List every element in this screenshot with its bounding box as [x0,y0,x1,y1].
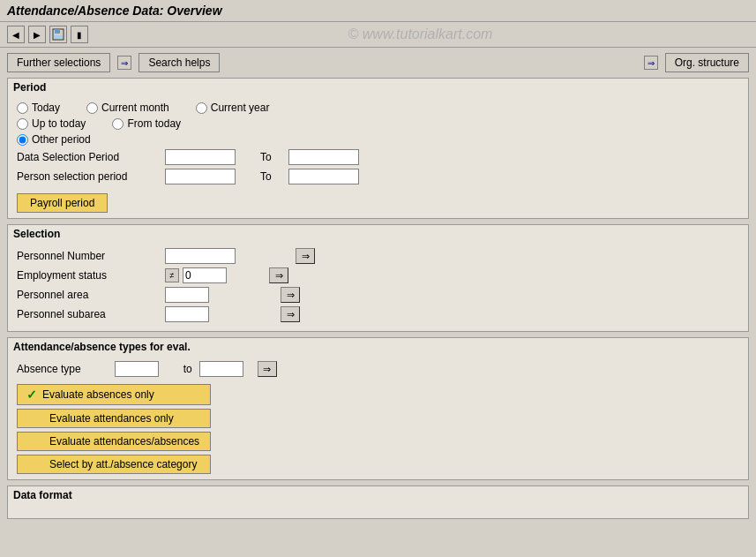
attendance-absence-section-content: Absence type to ⇒ ✓ Evaluate absences on… [8,356,748,479]
data-format-section-title: Data format [8,486,748,504]
data-selection-to-label: To [260,151,278,163]
today-label: Today [32,102,60,114]
person-selection-period-to-input[interactable] [288,169,359,184]
up-to-today-label: Up to today [32,117,86,130]
absence-type-from-input[interactable] [115,361,159,377]
evaluate-attendances-absences-label: Evaluate attendances/absences [49,435,199,448]
current-month-label: Current month [101,102,169,114]
period-section-content: Today Current month Current year Up to t… [8,96,748,218]
attendance-absence-section-title: Attendance/absence types for eval. [8,338,748,356]
attendance-absence-section: Attendance/absence types for eval. Absen… [7,337,749,480]
personnel-subarea-arrow-button[interactable]: ⇒ [281,306,300,322]
evaluate-attendances-only-button[interactable]: Evaluate attendances only [17,409,211,428]
data-selection-period-from-input[interactable] [165,149,236,165]
personnel-area-input[interactable] [165,287,209,303]
employment-status-controls: ≠ [165,267,227,283]
data-format-section: Data format [7,485,749,519]
personnel-number-arrow-button[interactable]: ⇒ [296,248,315,264]
absence-type-to-label: to [183,363,192,375]
from-today-label: From today [127,117,181,130]
evaluate-absences-check-icon: ✓ [26,388,37,402]
employment-status-input[interactable] [183,267,227,283]
org-structure-button[interactable]: Org. structure [665,53,749,72]
today-radio[interactable] [17,102,28,114]
personnel-number-input[interactable] [165,248,236,264]
data-selection-period-row: Data Selection Period To [17,149,739,165]
personnel-number-label: Personnel Number [17,250,158,262]
personnel-subarea-row: Personnel subarea ⇒ [17,306,739,322]
select-by-category-button[interactable]: Select by att./absence category [17,455,211,474]
today-option[interactable]: Today [17,102,60,114]
evaluate-buttons-container: ✓ Evaluate absences only Evaluate attend… [17,384,739,474]
select-by-category-label: Select by att./absence category [49,458,197,470]
save-icon[interactable] [49,26,67,43]
selection-section-content: Personnel Number ⇒ Employment status ≠ ⇒… [8,243,748,331]
from-today-option[interactable]: From today [112,117,181,130]
data-selection-period-to-input[interactable] [288,149,359,165]
period-row-3: Other period [17,133,739,146]
evaluate-absences-only-button[interactable]: ✓ Evaluate absences only [17,384,211,405]
current-year-radio[interactable] [196,102,207,114]
other-period-option[interactable]: Other period [17,133,91,146]
other-period-radio[interactable] [17,134,28,146]
personnel-number-row: Personnel Number ⇒ [17,248,739,264]
selection-section-title: Selection [8,225,748,243]
period-section: Period Today Current month Current year … [7,78,749,219]
selection-section: Selection Personnel Number ⇒ Employment … [7,224,749,332]
up-to-today-radio[interactable] [17,118,28,130]
person-selection-period-from-input[interactable] [165,169,236,184]
evaluate-attendances-absences-button[interactable]: Evaluate attendances/absences [17,432,211,451]
button-bar: Further selections ⇒ Search helps ⇒ Org.… [0,48,756,78]
further-selections-button[interactable]: Further selections [7,53,110,72]
back-icon[interactable]: ◀ [7,26,25,43]
svg-rect-2 [54,35,63,39]
search-helps-arrow-icon: ⇒ [117,56,131,70]
absence-type-arrow-button[interactable]: ⇒ [258,361,277,377]
employment-status-label: Employment status [17,269,158,282]
svg-rect-1 [55,29,60,34]
period-row-1: Today Current month Current year [17,102,739,114]
search-helps-button[interactable]: Search helps [138,53,220,72]
page-title: Attendance/Absence Data: Overview [7,4,222,18]
other-period-label: Other period [32,133,91,146]
command-icon[interactable]: ▮ [71,26,88,43]
personnel-subarea-input[interactable] [165,306,209,322]
employment-status-arrow-button[interactable]: ⇒ [269,267,288,283]
up-to-today-option[interactable]: Up to today [17,117,86,130]
current-month-radio[interactable] [86,102,98,114]
absence-type-label: Absence type [17,363,81,375]
current-year-option[interactable]: Current year [196,102,270,114]
from-today-radio[interactable] [112,118,124,130]
watermark: © www.tutorialkart.com [92,26,749,42]
absence-type-to-input[interactable] [199,361,243,377]
current-year-label: Current year [211,102,270,114]
payroll-period-button[interactable]: Payroll period [17,193,108,213]
person-selection-period-row: Person selection period To [17,169,739,184]
employment-status-multisel-icon[interactable]: ≠ [165,268,179,282]
period-section-title: Period [8,79,748,96]
forward-icon[interactable]: ▶ [28,26,46,43]
evaluate-attendances-only-label: Evaluate attendances only [49,412,174,425]
personnel-area-row: Personnel area ⇒ [17,287,739,303]
data-selection-period-label: Data Selection Period [17,151,158,163]
title-bar: Attendance/Absence Data: Overview [0,0,756,22]
absence-type-row: Absence type to ⇒ [17,361,739,377]
evaluate-absences-only-label: Evaluate absences only [42,388,154,401]
personnel-area-label: Personnel area [17,289,158,301]
org-structure-arrow-icon: ⇒ [644,56,658,70]
personnel-area-arrow-button[interactable]: ⇒ [281,287,300,303]
toolbar: ◀ ▶ ▮ © www.tutorialkart.com [0,22,756,48]
period-row-2: Up to today From today [17,117,739,130]
current-month-option[interactable]: Current month [86,102,169,114]
person-selection-to-label: To [260,170,278,183]
employment-status-row: Employment status ≠ ⇒ [17,267,739,283]
personnel-subarea-label: Personnel subarea [17,308,158,320]
person-selection-period-label: Person selection period [17,170,158,183]
